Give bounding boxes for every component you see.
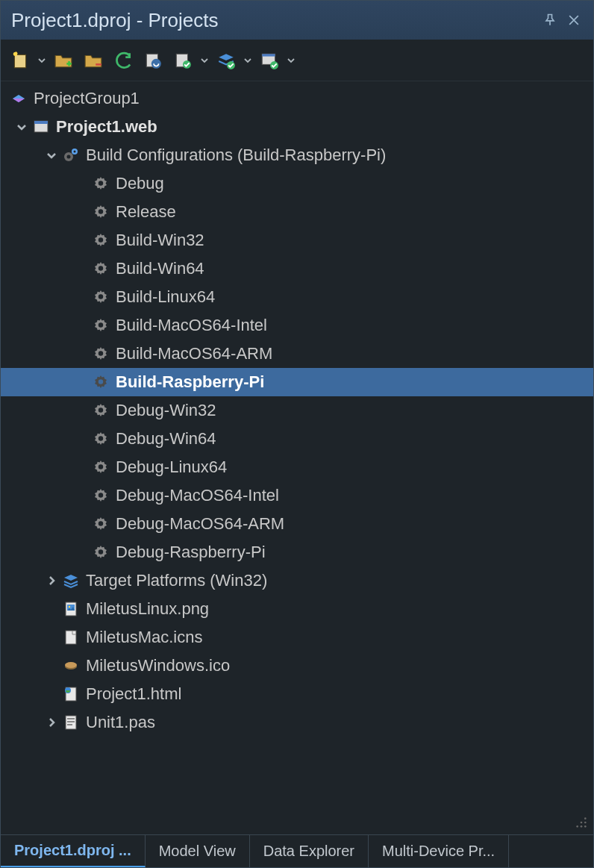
svg-point-26 [99,464,103,469]
tree-config-item[interactable]: Debug-Linux64 [1,453,593,481]
file-icon [60,627,81,648]
config-label: Build-Raspberry-Pi [116,372,264,392]
config-label: Build-MacOS64-Intel [116,316,267,335]
chevron-right-icon[interactable] [43,572,60,590]
tree-build-configs[interactable]: Build Configurations (Build-Raspberry-Pi… [1,141,593,169]
new-project-dropdown[interactable] [37,57,47,64]
resize-grip[interactable] [575,817,589,830]
svg-point-47 [584,825,587,828]
sync-project-button[interactable] [140,47,166,74]
tree-config-item[interactable]: Build-Win64 [1,255,593,283]
gear-icon [90,457,111,478]
config-label: Build-MacOS64-ARM [116,344,272,363]
config-label: Build-Win32 [116,231,204,250]
gear-icon [90,542,111,563]
svg-point-27 [99,493,103,497]
svg-point-44 [584,822,587,824]
tab-item[interactable]: Model View [146,835,250,867]
file-label: MiletusWindows.ico [86,656,230,675]
form-check-dropdown[interactable] [286,57,296,64]
config-label: Build-Linux64 [116,287,215,307]
tree-config-item[interactable]: Debug-MacOS64-Intel [1,481,593,510]
svg-rect-8 [262,54,275,56]
project-html-label: Project1.html [86,684,181,704]
chevron-down-icon[interactable] [13,118,31,136]
add-folder-button[interactable] [50,47,77,74]
tree-config-item[interactable]: Debug-Win64 [1,425,593,453]
layers-check-button[interactable] [213,47,240,74]
pin-button[interactable] [538,8,562,32]
tree-project-group[interactable]: ProjectGroup1 [1,84,593,113]
pas-file-icon [60,712,81,733]
svg-point-18 [99,237,103,242]
gear-icon [90,485,111,506]
form-check-button[interactable] [256,47,283,74]
gears-icon [60,145,81,166]
svg-point-46 [581,825,583,828]
config-label: Debug-Win32 [116,401,216,420]
svg-point-3 [151,58,161,68]
tree-config-item[interactable]: Build-Win32 [1,226,593,255]
tree-config-item[interactable]: Build-MacOS64-Intel [1,311,593,340]
tab-item[interactable]: Multi-Device Pr... [369,835,509,867]
svg-point-1 [13,51,17,55]
configure-dropdown[interactable] [199,57,210,64]
project-tree[interactable]: ProjectGroup1 Project1.web Build Configu… [1,81,593,834]
unit-label: Unit1.pas [86,713,155,732]
gear-icon [90,400,111,421]
tab-item[interactable]: Data Explorer [250,835,369,867]
refresh-button[interactable] [110,47,137,74]
config-label: Debug-Raspberry-Pi [116,543,266,562]
svg-point-43 [581,822,583,824]
tree-config-item[interactable]: Build-MacOS64-ARM [1,340,593,368]
tree-config-item[interactable]: Debug [1,169,593,198]
config-label: Debug [116,174,164,193]
layers-check-dropdown[interactable] [243,57,253,64]
layers-icon [60,570,81,591]
titlebar: Project1.dproj - Projects [1,1,593,40]
svg-point-45 [576,825,578,828]
svg-point-29 [99,549,103,554]
project-label: Project1.web [56,117,157,137]
close-button[interactable] [562,8,586,32]
svg-rect-33 [66,631,76,644]
target-platforms-label: Target Platforms (Win32) [86,571,267,590]
svg-point-19 [99,266,103,270]
svg-point-13 [67,155,71,159]
chevron-down-icon[interactable] [43,146,60,164]
tree-config-item[interactable]: Build-Linux64 [1,283,593,311]
svg-point-35 [65,662,77,668]
remove-folder-button[interactable] [80,47,107,74]
gear-icon [90,428,111,449]
gear-icon [90,230,111,251]
configure-button[interactable] [169,47,196,74]
config-label: Debug-Linux64 [116,458,227,477]
config-label: Debug-Win64 [116,429,216,449]
gear-icon [90,173,111,194]
tree-config-item[interactable]: Debug-Raspberry-Pi [1,538,593,566]
tree-config-item[interactable]: Build-Raspberry-Pi [1,368,593,396]
tree-target-platforms[interactable]: Target Platforms (Win32) [1,566,593,595]
tree-config-item[interactable]: Release [1,198,593,226]
tree-file-item[interactable]: MiletusLinux.png [1,595,593,623]
window-title: Project1.dproj - Projects [11,9,538,32]
tree-project[interactable]: Project1.web [1,113,593,141]
gear-icon [90,258,111,279]
tree-file-item[interactable]: MiletusWindows.ico [1,652,593,680]
tab-item[interactable]: Project1.dproj ... [1,835,146,867]
tree-config-item[interactable]: Debug-Win32 [1,396,593,425]
svg-point-22 [99,351,103,355]
tree-unit[interactable]: Unit1.pas [1,708,593,737]
config-label: Build-Win64 [116,259,204,278]
new-project-button[interactable] [7,47,34,74]
tree-file-item[interactable]: MiletusMac.icns [1,623,593,652]
gear-icon [90,513,111,534]
svg-point-21 [99,322,103,327]
html-file-icon [60,684,81,705]
tree-config-item[interactable]: Debug-MacOS64-ARM [1,510,593,538]
svg-point-15 [74,151,76,153]
tree-project-html[interactable]: Project1.html [1,680,593,708]
chevron-right-icon[interactable] [43,714,60,731]
file-label: MiletusLinux.png [86,599,209,619]
svg-point-42 [584,817,587,819]
